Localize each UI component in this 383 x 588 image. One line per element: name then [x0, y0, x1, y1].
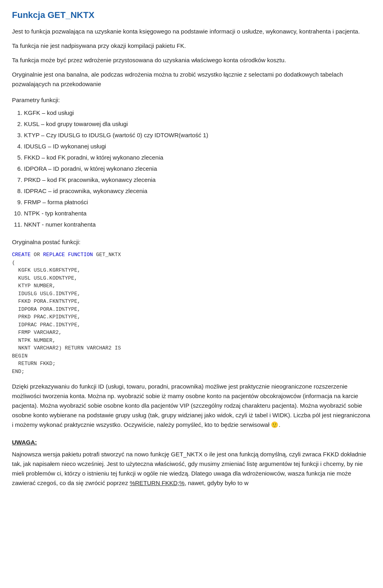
params-title: Parametry funkcji: — [12, 95, 371, 105]
list-item: IDPRAC – id pracownika, wykonawcy zlecen… — [24, 186, 371, 196]
intro-paragraph-3: Ta funkcja może być przez wdrożenie przy… — [12, 55, 371, 65]
uwaga-section: UWAGA: Najnowsza wersja pakietu potrafi … — [12, 438, 371, 488]
intro-paragraph-1: Jest to funkcja pozwalająca na uzyskanie… — [12, 27, 371, 36]
list-item: KUSL – kod grupy towarowej dla usługi — [24, 119, 371, 129]
intro-paragraph-2: Ta funkcja nie jest nadpisywana przy oka… — [12, 41, 371, 51]
description-paragraph: Dzięki przekazywaniu do funkcji ID (usłu… — [12, 382, 371, 430]
uwaga-text: Najnowsza wersja pakietu potrafi stworzy… — [12, 450, 371, 488]
list-item: KTYP – Czy IDUSLG to IDUSLG (wartość 0) … — [24, 130, 371, 140]
list-item: FRMP – forma płatności — [24, 197, 371, 207]
list-item: IDPORA – ID poradni, w której wykonano z… — [24, 164, 371, 174]
list-item: KGFK – kod usługi — [24, 108, 371, 118]
list-item: FKKD – kod FK poradni, w której wykonano… — [24, 153, 371, 162]
list-item: NKNT - numer kontrahenta — [24, 220, 371, 229]
uwaga-title: UWAGA: — [12, 438, 371, 447]
code-block: CREATE OR REPLACE FUNCTION GET_NKTX ( KG… — [12, 251, 371, 375]
intro-paragraph-4: Oryginalnie jest ona banalna, ale podcza… — [12, 70, 371, 89]
list-item: IDUSLG – ID wykonanej usługi — [24, 142, 371, 151]
original-title: Oryginalna postać funkcji: — [12, 237, 371, 247]
underlined-text: %RETURN FKKD;% — [130, 479, 185, 486]
list-item: NTPK - typ kontrahenta — [24, 209, 371, 218]
list-item: PRKD – kod FK pracownika, wykonawcy zlec… — [24, 175, 371, 185]
params-list: KGFK – kod usługi KUSL – kod grupy towar… — [24, 108, 371, 229]
page-title: Funkcja GET_NKTX — [12, 8, 371, 22]
